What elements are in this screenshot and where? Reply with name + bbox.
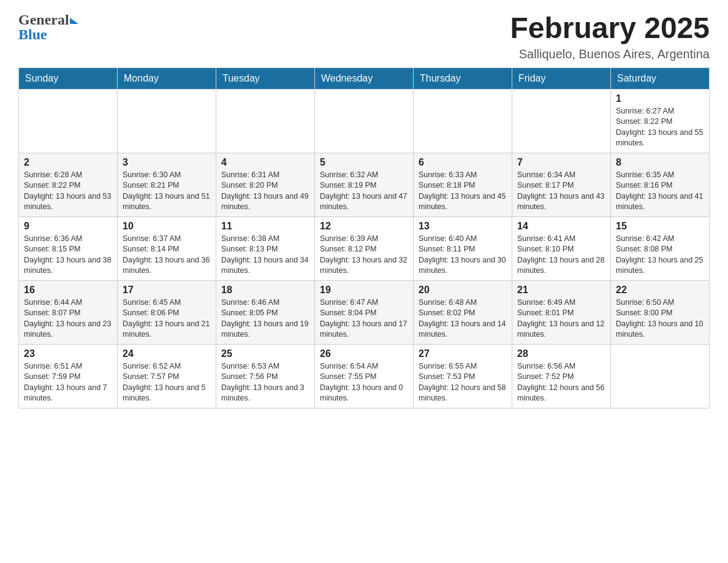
day-info: Sunrise: 6:32 AM Sunset: 8:19 PM Dayligh… bbox=[320, 170, 408, 213]
day-number: 5 bbox=[320, 157, 408, 168]
calendar-cell: 8Sunrise: 6:35 AM Sunset: 8:16 PM Daylig… bbox=[611, 153, 710, 216]
day-number: 23 bbox=[24, 348, 112, 359]
calendar-week-row: 16Sunrise: 6:44 AM Sunset: 8:07 PM Dayli… bbox=[19, 280, 710, 344]
calendar-cell: 23Sunrise: 6:51 AM Sunset: 7:59 PM Dayli… bbox=[19, 344, 118, 408]
calendar-cell: 15Sunrise: 6:42 AM Sunset: 8:08 PM Dayli… bbox=[611, 216, 710, 280]
day-number: 27 bbox=[419, 348, 507, 359]
day-number: 2 bbox=[24, 157, 112, 168]
month-title: February 2025 bbox=[510, 12, 710, 45]
day-number: 11 bbox=[221, 221, 309, 232]
day-info: Sunrise: 6:47 AM Sunset: 8:04 PM Dayligh… bbox=[320, 297, 408, 340]
calendar-cell: 24Sunrise: 6:52 AM Sunset: 7:57 PM Dayli… bbox=[118, 344, 216, 408]
day-info: Sunrise: 6:39 AM Sunset: 8:12 PM Dayligh… bbox=[320, 234, 408, 277]
location-title: Salliquelo, Buenos Aires, Argentina bbox=[510, 47, 710, 61]
day-info: Sunrise: 6:28 AM Sunset: 8:22 PM Dayligh… bbox=[24, 170, 112, 213]
calendar-cell: 18Sunrise: 6:46 AM Sunset: 8:05 PM Dayli… bbox=[216, 280, 315, 344]
calendar-day-header: Thursday bbox=[414, 67, 512, 89]
calendar-day-header: Friday bbox=[512, 67, 611, 89]
day-info: Sunrise: 6:41 AM Sunset: 8:10 PM Dayligh… bbox=[517, 234, 605, 277]
day-info: Sunrise: 6:46 AM Sunset: 8:05 PM Dayligh… bbox=[221, 297, 309, 340]
logo: General Blue bbox=[18, 12, 78, 42]
calendar-cell: 10Sunrise: 6:37 AM Sunset: 8:14 PM Dayli… bbox=[118, 216, 216, 280]
day-info: Sunrise: 6:42 AM Sunset: 8:08 PM Dayligh… bbox=[616, 234, 704, 277]
day-number: 13 bbox=[419, 221, 507, 232]
calendar-table: SundayMondayTuesdayWednesdayThursdayFrid… bbox=[18, 67, 710, 408]
calendar-cell: 19Sunrise: 6:47 AM Sunset: 8:04 PM Dayli… bbox=[315, 280, 414, 344]
calendar-cell bbox=[19, 89, 118, 153]
day-number: 20 bbox=[419, 285, 507, 296]
day-number: 14 bbox=[517, 221, 605, 232]
calendar-cell bbox=[611, 344, 710, 408]
day-info: Sunrise: 6:33 AM Sunset: 8:18 PM Dayligh… bbox=[419, 170, 507, 213]
calendar-cell: 7Sunrise: 6:34 AM Sunset: 8:17 PM Daylig… bbox=[512, 153, 611, 216]
day-info: Sunrise: 6:45 AM Sunset: 8:06 PM Dayligh… bbox=[123, 297, 211, 340]
calendar-cell: 12Sunrise: 6:39 AM Sunset: 8:12 PM Dayli… bbox=[315, 216, 414, 280]
title-block: February 2025 Salliquelo, Buenos Aires, … bbox=[510, 12, 710, 61]
page-header: General Blue February 2025 Salliquelo, B… bbox=[18, 12, 710, 61]
day-number: 4 bbox=[221, 157, 309, 168]
calendar-day-header: Monday bbox=[118, 67, 216, 89]
logo-blue-text: Blue bbox=[18, 26, 47, 42]
calendar-cell: 20Sunrise: 6:48 AM Sunset: 8:02 PM Dayli… bbox=[414, 280, 512, 344]
day-info: Sunrise: 6:38 AM Sunset: 8:13 PM Dayligh… bbox=[221, 234, 309, 277]
day-info: Sunrise: 6:49 AM Sunset: 8:01 PM Dayligh… bbox=[517, 297, 605, 340]
calendar-cell: 27Sunrise: 6:55 AM Sunset: 7:53 PM Dayli… bbox=[414, 344, 512, 408]
calendar-cell: 16Sunrise: 6:44 AM Sunset: 8:07 PM Dayli… bbox=[19, 280, 118, 344]
day-info: Sunrise: 6:51 AM Sunset: 7:59 PM Dayligh… bbox=[24, 361, 112, 404]
day-info: Sunrise: 6:30 AM Sunset: 8:21 PM Dayligh… bbox=[123, 170, 211, 213]
day-info: Sunrise: 6:40 AM Sunset: 8:11 PM Dayligh… bbox=[419, 234, 507, 277]
calendar-cell: 26Sunrise: 6:54 AM Sunset: 7:55 PM Dayli… bbox=[315, 344, 414, 408]
day-info: Sunrise: 6:56 AM Sunset: 7:52 PM Dayligh… bbox=[517, 361, 605, 404]
calendar-cell: 6Sunrise: 6:33 AM Sunset: 8:18 PM Daylig… bbox=[414, 153, 512, 216]
calendar-cell: 4Sunrise: 6:31 AM Sunset: 8:20 PM Daylig… bbox=[216, 153, 315, 216]
day-info: Sunrise: 6:35 AM Sunset: 8:16 PM Dayligh… bbox=[616, 170, 704, 213]
day-number: 12 bbox=[320, 221, 408, 232]
day-info: Sunrise: 6:37 AM Sunset: 8:14 PM Dayligh… bbox=[123, 234, 211, 277]
calendar-day-header: Saturday bbox=[611, 67, 710, 89]
calendar-week-row: 1Sunrise: 6:27 AM Sunset: 8:22 PM Daylig… bbox=[19, 89, 710, 153]
day-number: 19 bbox=[320, 285, 408, 296]
calendar-cell bbox=[414, 89, 512, 153]
day-info: Sunrise: 6:44 AM Sunset: 8:07 PM Dayligh… bbox=[24, 297, 112, 340]
calendar-week-row: 9Sunrise: 6:36 AM Sunset: 8:15 PM Daylig… bbox=[19, 216, 710, 280]
calendar-cell: 22Sunrise: 6:50 AM Sunset: 8:00 PM Dayli… bbox=[611, 280, 710, 344]
day-info: Sunrise: 6:52 AM Sunset: 7:57 PM Dayligh… bbox=[123, 361, 211, 404]
calendar-cell bbox=[216, 89, 315, 153]
calendar-day-header: Tuesday bbox=[216, 67, 315, 89]
day-info: Sunrise: 6:34 AM Sunset: 8:17 PM Dayligh… bbox=[517, 170, 605, 213]
calendar-cell: 25Sunrise: 6:53 AM Sunset: 7:56 PM Dayli… bbox=[216, 344, 315, 408]
day-number: 10 bbox=[123, 221, 211, 232]
day-number: 24 bbox=[123, 348, 211, 359]
logo-arrow-icon bbox=[70, 18, 78, 24]
day-number: 22 bbox=[616, 285, 704, 296]
calendar-cell: 13Sunrise: 6:40 AM Sunset: 8:11 PM Dayli… bbox=[414, 216, 512, 280]
calendar-day-header: Wednesday bbox=[315, 67, 414, 89]
calendar-cell bbox=[315, 89, 414, 153]
day-info: Sunrise: 6:48 AM Sunset: 8:02 PM Dayligh… bbox=[419, 297, 507, 340]
calendar-cell bbox=[118, 89, 216, 153]
calendar-cell: 3Sunrise: 6:30 AM Sunset: 8:21 PM Daylig… bbox=[118, 153, 216, 216]
day-number: 6 bbox=[419, 157, 507, 168]
day-info: Sunrise: 6:50 AM Sunset: 8:00 PM Dayligh… bbox=[616, 297, 704, 340]
day-number: 9 bbox=[24, 221, 112, 232]
day-number: 1 bbox=[616, 93, 704, 104]
calendar-cell: 5Sunrise: 6:32 AM Sunset: 8:19 PM Daylig… bbox=[315, 153, 414, 216]
calendar-cell: 28Sunrise: 6:56 AM Sunset: 7:52 PM Dayli… bbox=[512, 344, 611, 408]
calendar-cell: 1Sunrise: 6:27 AM Sunset: 8:22 PM Daylig… bbox=[611, 89, 710, 153]
day-number: 3 bbox=[123, 157, 211, 168]
day-info: Sunrise: 6:27 AM Sunset: 8:22 PM Dayligh… bbox=[616, 106, 704, 149]
day-info: Sunrise: 6:55 AM Sunset: 7:53 PM Dayligh… bbox=[419, 361, 507, 404]
logo-general-text: General bbox=[18, 12, 69, 27]
day-info: Sunrise: 6:36 AM Sunset: 8:15 PM Dayligh… bbox=[24, 234, 112, 277]
calendar-cell bbox=[512, 89, 611, 153]
day-info: Sunrise: 6:31 AM Sunset: 8:20 PM Dayligh… bbox=[221, 170, 309, 213]
calendar-header-row: SundayMondayTuesdayWednesdayThursdayFrid… bbox=[19, 67, 710, 89]
day-number: 7 bbox=[517, 157, 605, 168]
day-number: 17 bbox=[123, 285, 211, 296]
day-number: 25 bbox=[221, 348, 309, 359]
day-info: Sunrise: 6:54 AM Sunset: 7:55 PM Dayligh… bbox=[320, 361, 408, 404]
calendar-week-row: 23Sunrise: 6:51 AM Sunset: 7:59 PM Dayli… bbox=[19, 344, 710, 408]
calendar-cell: 2Sunrise: 6:28 AM Sunset: 8:22 PM Daylig… bbox=[19, 153, 118, 216]
day-info: Sunrise: 6:53 AM Sunset: 7:56 PM Dayligh… bbox=[221, 361, 309, 404]
day-number: 28 bbox=[517, 348, 605, 359]
